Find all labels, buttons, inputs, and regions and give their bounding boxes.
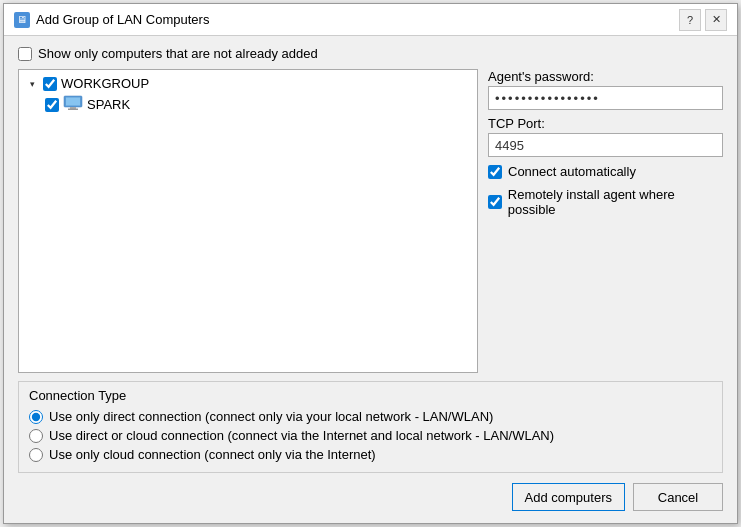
radio-cloud: Use only cloud connection (connect only … bbox=[29, 445, 712, 464]
tree-item-spark[interactable]: SPARK bbox=[23, 93, 473, 116]
radio-direct-label: Use only direct connection (connect only… bbox=[49, 409, 493, 424]
radio-cloud-input[interactable] bbox=[29, 448, 43, 462]
add-computers-button[interactable]: Add computers bbox=[512, 483, 625, 511]
svg-rect-3 bbox=[68, 109, 78, 111]
password-field-group: Agent's password: bbox=[488, 69, 723, 110]
title-bar: 🖥 Add Group of LAN Computers ? ✕ bbox=[4, 4, 737, 36]
help-button[interactable]: ? bbox=[679, 9, 701, 31]
workgroup-label: WORKGROUP bbox=[61, 76, 149, 91]
tree-panel: ▾ WORKGROUP bbox=[18, 69, 478, 373]
radio-direct-input[interactable] bbox=[29, 410, 43, 424]
remote-install-checkbox[interactable] bbox=[488, 195, 502, 209]
connect-auto-label: Connect automatically bbox=[508, 164, 636, 179]
workgroup-checkbox[interactable] bbox=[43, 77, 57, 91]
connect-auto-checkbox[interactable] bbox=[488, 165, 502, 179]
title-bar-left: 🖥 Add Group of LAN Computers bbox=[14, 12, 209, 28]
close-button[interactable]: ✕ bbox=[705, 9, 727, 31]
dialog-icon: 🖥 bbox=[14, 12, 30, 28]
dialog: 🖥 Add Group of LAN Computers ? ✕ Show on… bbox=[3, 3, 738, 524]
radio-direct-cloud: Use direct or cloud connection (connect … bbox=[29, 426, 712, 445]
radio-cloud-label: Use only cloud connection (connect only … bbox=[49, 447, 376, 462]
remote-install-label: Remotely install agent where possible bbox=[508, 187, 723, 217]
chevron-down-icon: ▾ bbox=[25, 77, 39, 91]
password-label: Agent's password: bbox=[488, 69, 723, 84]
radio-direct: Use only direct connection (connect only… bbox=[29, 407, 712, 426]
dialog-title: Add Group of LAN Computers bbox=[36, 12, 209, 27]
show-only-label: Show only computers that are not already… bbox=[38, 46, 318, 61]
main-area: ▾ WORKGROUP bbox=[18, 69, 723, 373]
tcp-port-input[interactable] bbox=[488, 133, 723, 157]
tree-item-workgroup[interactable]: ▾ WORKGROUP bbox=[23, 74, 473, 93]
show-only-checkbox[interactable] bbox=[18, 47, 32, 61]
spark-label: SPARK bbox=[87, 97, 130, 112]
radio-direct-cloud-label: Use direct or cloud connection (connect … bbox=[49, 428, 554, 443]
tcp-port-field-group: TCP Port: bbox=[488, 116, 723, 157]
cancel-button[interactable]: Cancel bbox=[633, 483, 723, 511]
spark-checkbox[interactable] bbox=[45, 98, 59, 112]
bottom-buttons: Add computers Cancel bbox=[18, 479, 723, 515]
computer-icon bbox=[63, 95, 83, 114]
connect-auto-row: Connect automatically bbox=[488, 163, 723, 180]
radio-direct-cloud-input[interactable] bbox=[29, 429, 43, 443]
right-panel: Agent's password: TCP Port: Connect auto… bbox=[488, 69, 723, 373]
connection-type-section: Connection Type Use only direct connecti… bbox=[18, 381, 723, 473]
title-bar-controls: ? ✕ bbox=[679, 9, 727, 31]
show-only-checkbox-row: Show only computers that are not already… bbox=[18, 46, 723, 61]
tcp-port-label: TCP Port: bbox=[488, 116, 723, 131]
connection-type-label: Connection Type bbox=[29, 388, 712, 403]
svg-rect-1 bbox=[66, 98, 80, 106]
dialog-content: Show only computers that are not already… bbox=[4, 36, 737, 523]
password-input[interactable] bbox=[488, 86, 723, 110]
remote-install-row: Remotely install agent where possible bbox=[488, 186, 723, 218]
